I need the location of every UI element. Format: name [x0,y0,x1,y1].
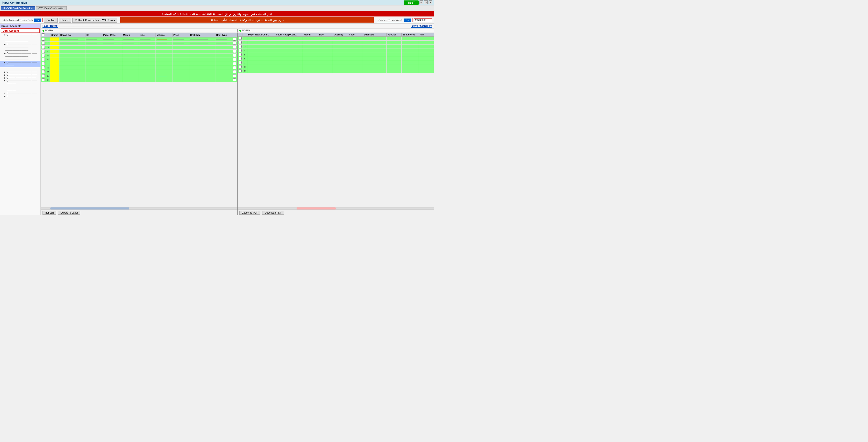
left-table-container[interactable]: Status Recap No. ID Paper Rec... Month S… [41,33,237,207]
right-table-row-1[interactable]: 1 ────────── ────────── ────── ────── ──… [238,37,434,41]
row-cb-9[interactable] [42,70,45,73]
left-scrollbar-thumb[interactable] [51,207,129,209]
sidebar-item-18[interactable]: ───── [0,89,40,92]
right-row-cb-4[interactable] [239,49,242,52]
row-cb-1[interactable] [42,38,45,41]
row-cb-8[interactable] [42,66,45,69]
sidebar-item-1[interactable]: ───────────── [0,36,40,39]
left-table-row-11[interactable]: 11 ────────── ────── ────── ────── ─────… [41,78,237,82]
right-row-cb-9[interactable] [239,69,242,72]
left-table-row-8[interactable]: 8 ────────── ────── ────── ────── ──────… [41,66,237,70]
right-col-qty[interactable]: Quantity [333,33,348,37]
row-cb-r2[interactable] [233,42,236,45]
right-scrollbar-thumb[interactable] [297,207,336,209]
left-table-row-2[interactable]: 2 ────────── ────── ────── ────── ──────… [41,41,237,45]
right-row-cb-7[interactable] [239,61,242,64]
sidebar-item-19[interactable]: ▼ C─ ───────────── ─── [0,92,40,95]
left-col-id[interactable]: ID [86,33,102,37]
left-table-row-7[interactable]: 7 ────────── ────── ────── ────── ──────… [41,62,237,66]
row-cb-r11[interactable] [233,78,236,81]
right-row-cb-3[interactable] [239,45,242,48]
right-table-row-8[interactable]: 8 ────────── ────────── ────── ────── ──… [238,65,434,69]
refresh-button[interactable]: Refresh [42,211,56,215]
row-cb-3[interactable] [42,46,45,49]
left-col-price[interactable]: Price [173,33,189,37]
row-cb-r3[interactable] [233,46,236,49]
sidebar-item-2[interactable]: ───────────── [0,39,40,43]
right-table-container[interactable]: Paper Recap Com... Paper Recap Com... Mo… [238,33,434,207]
right-table-row-2[interactable]: 2 ────────── ────────── ────── ────── ──… [238,41,434,45]
sidebar-item-8[interactable]: ───────────── [0,58,40,61]
right-table-row-5[interactable]: 5 ────────── ────────── ────── ────── ──… [238,53,434,57]
right-table-row-4[interactable]: 4 ────────── ────────── ────── ────── ──… [238,49,434,53]
left-table-row-3[interactable]: 3 ────────── ────── ────── ────── ──────… [41,45,237,50]
left-table-row-4[interactable]: 4 ────────── ────── ────── ────── ──────… [41,50,237,54]
row-cb-r7[interactable] [233,62,236,65]
left-col-deal-type[interactable]: Deal Type [215,33,232,37]
row-cb-4[interactable] [42,50,45,53]
left-col-status[interactable]: Status [51,33,59,37]
sidebar-item-0[interactable]: ▼ C─ ───────────── ─── [0,33,40,36]
row-cb-r8[interactable] [233,66,236,69]
left-col-month[interactable]: Month [122,33,139,37]
broker-accounts-header[interactable]: Broker Accounts [0,24,40,28]
left-table-row-6[interactable]: 6 ────────── ────── ────── ────── ──────… [41,58,237,62]
sidebar-item-12[interactable]: ▶ C─ ───────────── ─── [0,70,40,73]
sidebar-item-15[interactable]: ▼ C─ ───────────── ─── [0,79,40,82]
left-col-side[interactable]: Side [139,33,156,37]
right-row-cb-5[interactable] [239,53,242,56]
row-cb-2[interactable] [42,42,45,45]
right-col-put-call[interactable]: Put/Call [386,33,402,37]
row-cb-6[interactable] [42,58,45,61]
left-col-paper-rec[interactable]: Paper Rec... [102,33,122,37]
maximize-button[interactable]: □ [424,0,428,4]
row-cb-10[interactable] [42,74,45,77]
right-col-price[interactable]: Price [348,33,363,37]
row-cb-r10[interactable] [233,74,236,77]
sidebar-item-20[interactable]: ▶ C─ ───────────── ─── [0,95,40,98]
row-cb-r6[interactable] [233,58,236,61]
confirm-recap-toggle[interactable]: ON [404,19,411,22]
select-all-left[interactable] [42,33,45,36]
sidebar-item-7[interactable]: ───────────── [0,55,40,58]
left-table-row-5[interactable]: 5 ────────── ────── ────── ────── ──────… [41,54,237,58]
right-table-row-9[interactable]: 9 ────────── ────────── ────── ────── ──… [238,69,434,73]
close-button[interactable]: ✕ [429,0,432,4]
right-row-cb-2[interactable] [239,41,242,44]
right-col-paper2[interactable]: Paper Recap Com... [275,33,303,37]
right-col-pdf[interactable]: PDF [419,33,434,37]
right-col-side[interactable]: Side [318,33,333,37]
export-excel-button[interactable]: Export To Excel [58,211,80,215]
left-table-row-10[interactable]: 10 ────────── ────── ────── ────── ─────… [41,74,237,78]
auto-matched-toggle[interactable]: ON [34,19,41,22]
left-col-recap[interactable]: Recap No. [59,33,86,37]
right-table-row-7[interactable]: 7 ────────── ────────── ────── ────── ──… [238,61,434,65]
tab-otc-deal[interactable]: OTC Deal Confirmation [36,6,67,10]
row-cb-11[interactable] [42,78,45,81]
right-col-deal-date[interactable]: Deal Date [363,33,386,37]
sidebar-item-10[interactable]: ───── [0,64,40,67]
row-cb-5[interactable] [42,54,45,57]
left-col-deal-date[interactable]: Deal Date [189,33,215,37]
right-row-cb-1[interactable] [239,37,242,40]
right-col-strike[interactable]: Strike Price [401,33,419,37]
left-col-volume[interactable]: Volume [156,33,172,37]
row-cb-r5[interactable] [233,54,236,57]
tab-floor-deal[interactable]: FLOOR Deal Confirmation [1,6,35,10]
minimize-button[interactable]: ─ [420,0,423,4]
right-row-cb-8[interactable] [239,65,242,68]
rollback-button[interactable]: Rollback Confirm Reject With Errors [72,18,117,23]
download-pdf-button[interactable]: Download PDF [262,211,284,215]
sidebar-item-16[interactable]: ───── [0,82,40,85]
row-cb-7[interactable] [42,62,45,65]
right-col-paper1[interactable]: Paper Recap Com... [247,33,275,37]
sidebar-item-13[interactable]: ▶ C─ ───────────── ─── [0,73,40,76]
export-pdf-button[interactable]: Export To PDF [239,211,260,215]
confirm-button[interactable]: Confirm [44,18,58,23]
row-cb-r9[interactable] [233,70,236,73]
right-row-cb-6[interactable] [239,57,242,60]
right-col-month[interactable]: Month [303,33,318,37]
sidebar-item-14[interactable]: ▶ C─ ─── ─────── ── ─── [0,76,40,79]
reject-button[interactable]: Reject [59,18,71,23]
row-cb-r4[interactable] [233,50,236,53]
